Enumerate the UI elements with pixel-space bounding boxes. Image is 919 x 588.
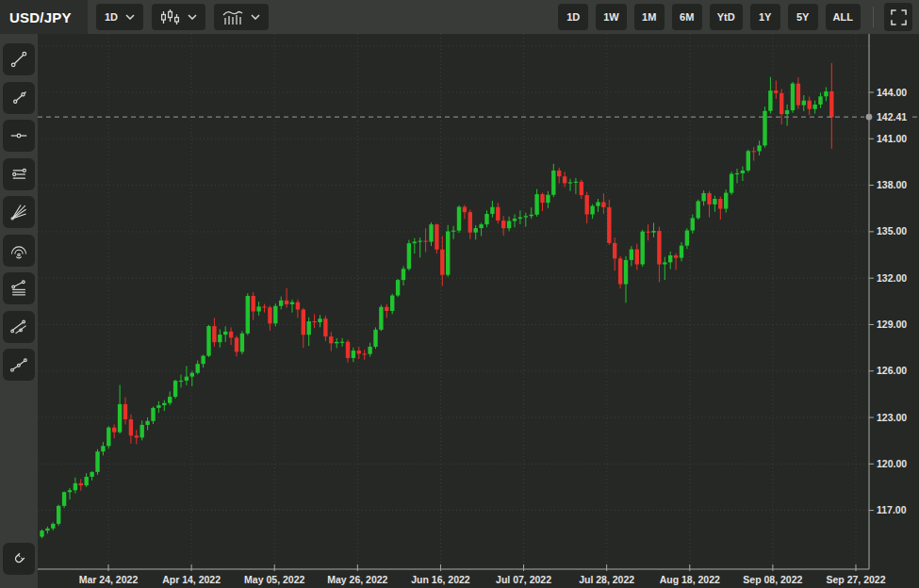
candle-body (601, 202, 605, 206)
fib-arcs-icon (8, 240, 29, 261)
candle-body (680, 246, 683, 258)
date-tick-label: Aug 18, 2022 (660, 574, 720, 585)
candle-body (824, 91, 828, 96)
candle-body (624, 260, 628, 285)
candle-body (212, 326, 216, 342)
candle-body (657, 231, 661, 264)
ray-tool[interactable] (3, 82, 35, 114)
range-button-1d[interactable]: 1D (558, 4, 588, 30)
candle-body (179, 381, 183, 382)
magnet-tool[interactable] (3, 543, 35, 575)
candle-body (551, 171, 555, 195)
chart-style-dropdown[interactable] (152, 4, 205, 30)
candle-body (763, 111, 766, 146)
candle-body (540, 194, 544, 203)
candle-body (90, 472, 93, 477)
chevron-down-icon (188, 14, 197, 20)
candle-body (646, 232, 649, 233)
last-price-marker (866, 114, 873, 121)
candle-body (140, 425, 144, 437)
candle-body (95, 451, 99, 472)
range-button-5y[interactable]: 5Y (788, 4, 818, 30)
candle-body (446, 232, 450, 275)
fullscreen-button[interactable] (884, 3, 912, 31)
horizontal-levels-icon (8, 164, 29, 185)
candle-body (435, 224, 438, 250)
candle-body (463, 207, 467, 213)
candle-body (534, 194, 538, 215)
candle-body (173, 381, 177, 397)
candle-body (407, 243, 411, 269)
candle-body (262, 306, 266, 307)
price-tick-label: 120.00 (877, 458, 907, 469)
price-chart[interactable]: 144.00141.00138.00135.00132.00129.00126.… (38, 34, 919, 588)
candle-body (768, 90, 772, 111)
indicators-dropdown[interactable] (214, 4, 269, 30)
candle-body (785, 110, 789, 114)
candle-body (641, 232, 645, 265)
candle-body (68, 490, 72, 492)
candle-body (323, 318, 327, 336)
candle-body (496, 207, 500, 220)
date-tick-label: Jun 16, 2022 (411, 574, 470, 585)
candle-body (368, 347, 371, 354)
candle-body (190, 373, 194, 377)
polyline-icon (8, 354, 29, 375)
gann-fan-tool[interactable] (3, 196, 35, 228)
candle-body (440, 250, 444, 275)
candle-body (829, 91, 833, 117)
candle-body (474, 228, 478, 233)
candle-body (741, 171, 745, 173)
range-button-all[interactable]: ALL (826, 4, 861, 30)
range-button-ytd[interactable]: YtD (710, 4, 743, 30)
candle-body (674, 255, 678, 258)
candle-body (196, 364, 200, 373)
candle-body (796, 84, 800, 106)
range-button-1w[interactable]: 1W (596, 4, 627, 30)
candle-body (808, 101, 812, 109)
range-button-1y[interactable]: 1Y (750, 4, 780, 30)
date-tick-label: Mar 24, 2022 (79, 574, 139, 585)
price-tick-label: 138.00 (877, 179, 907, 190)
trend-line-tool[interactable] (3, 43, 35, 75)
candle-body (168, 397, 172, 403)
candle-body (318, 318, 321, 322)
candle-body (613, 243, 616, 258)
candle-body (352, 351, 355, 358)
candle-body (585, 195, 589, 214)
candle-body (791, 84, 795, 110)
trend-line-icon (8, 49, 29, 70)
candle-body (747, 151, 750, 171)
ray-icon (8, 88, 29, 108)
chart-area[interactable]: 144.00141.00138.00135.00132.00129.00126.… (38, 34, 919, 588)
range-button-6m[interactable]: 6M (672, 4, 702, 30)
candle-body (668, 255, 672, 262)
candle-body (123, 404, 127, 419)
trend-levels-tool[interactable] (3, 272, 35, 304)
drawing-tools-sidebar (0, 34, 38, 588)
range-button-1m[interactable]: 1M (634, 4, 665, 30)
candle-body (724, 193, 728, 209)
candle-body (246, 296, 250, 334)
candle-body (273, 306, 277, 324)
candle-body (296, 302, 300, 310)
candle-body (607, 207, 611, 243)
interval-dropdown[interactable]: 1D (96, 4, 143, 30)
candle-body (329, 336, 333, 343)
candle-body (256, 306, 260, 311)
candle-body (101, 446, 105, 451)
candle-body (312, 321, 316, 322)
trend-levels-icon (8, 278, 29, 299)
candle-body (162, 403, 166, 405)
candle-body (774, 90, 778, 93)
candle-body (574, 182, 578, 183)
candle-body (563, 176, 566, 183)
polyline-tool[interactable] (3, 349, 35, 381)
horizontal-line-tool[interactable] (3, 120, 35, 152)
horizontal-levels-tool[interactable] (3, 158, 35, 190)
candle-body (357, 351, 361, 353)
candle-body (518, 218, 522, 219)
fib-arcs-tool[interactable] (3, 235, 35, 267)
candle-body (206, 326, 210, 356)
parallel-channel-tool[interactable] (3, 311, 35, 343)
